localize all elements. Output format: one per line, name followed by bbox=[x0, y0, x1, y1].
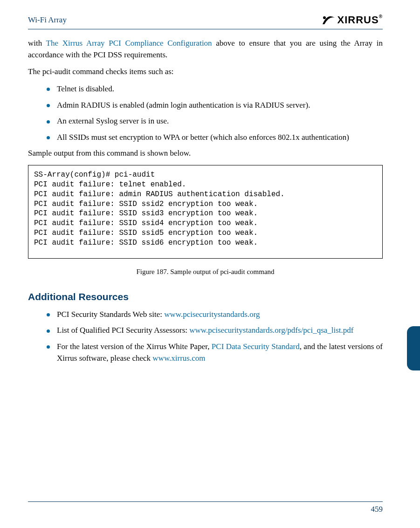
intro-paragraph: with The Xirrus Array PCI Compliance Con… bbox=[28, 38, 383, 61]
footer-divider bbox=[28, 501, 383, 502]
list-item: An external Syslog server is in use. bbox=[47, 116, 383, 127]
res3-link1[interactable]: PCI Data Security Standard bbox=[212, 342, 300, 351]
brand-logo: XIRRUS® bbox=[322, 14, 383, 26]
page-number: 459 bbox=[371, 505, 383, 514]
logo-text: XIRRUS® bbox=[337, 14, 383, 26]
logo-reg-icon: ® bbox=[379, 14, 383, 19]
logo-text-main: XIRRUS bbox=[337, 14, 379, 26]
list-item: All SSIDs must set encryption to WPA or … bbox=[47, 132, 383, 144]
side-tab bbox=[407, 326, 420, 370]
list-item: For the latest version of the Xirrus Whi… bbox=[47, 341, 383, 364]
header-row: Wi-Fi Array XIRRUS® bbox=[28, 14, 383, 26]
list-item: Telnet is disabled. bbox=[47, 83, 383, 95]
res1-link[interactable]: www.pcisecuritystandards.org bbox=[164, 310, 260, 319]
header-title: Wi-Fi Array bbox=[28, 15, 67, 25]
sample-intro: Sample output from this command is shown… bbox=[28, 148, 383, 159]
res3-pre: For the latest version of the Xirrus Whi… bbox=[57, 342, 212, 351]
svg-point-0 bbox=[323, 16, 326, 19]
main-content: with The Xirrus Array PCI Compliance Con… bbox=[28, 38, 383, 364]
res3-link2[interactable]: www.xirrus.com bbox=[152, 354, 205, 363]
resources-list: PCI Security Standards Web site: www.pci… bbox=[28, 309, 383, 364]
header-divider bbox=[28, 29, 383, 29]
list-item: List of Qualified PCI Security Assessors… bbox=[47, 325, 383, 336]
res1-pre: PCI Security Standards Web site: bbox=[57, 310, 164, 319]
checks-intro: The pci-audit command checks items such … bbox=[28, 66, 383, 78]
code-output-box: SS-Array(config)# pci-audit PCI audit fa… bbox=[28, 165, 383, 258]
intro-link[interactable]: The Xirrus Array PCI Compliance Configur… bbox=[46, 39, 212, 48]
section-heading-additional-resources: Additional Resources bbox=[28, 290, 383, 304]
res2-link[interactable]: www.pcisecuritystandards.org/pdfs/pci_qs… bbox=[189, 326, 353, 335]
list-item: PCI Security Standards Web site: www.pci… bbox=[47, 309, 383, 321]
page: Wi-Fi Array XIRRUS® with The Xirrus Arra… bbox=[0, 0, 420, 528]
res2-pre: List of Qualified PCI Security Assessors… bbox=[57, 326, 189, 335]
figure-caption: Figure 187. Sample output of pci-audit c… bbox=[28, 267, 383, 277]
intro-pre: with bbox=[28, 39, 46, 48]
checks-list: Telnet is disabled. Admin RADIUS is enab… bbox=[28, 83, 383, 144]
swoosh-icon bbox=[322, 15, 336, 25]
list-item: Admin RADIUS is enabled (admin login aut… bbox=[47, 100, 383, 111]
